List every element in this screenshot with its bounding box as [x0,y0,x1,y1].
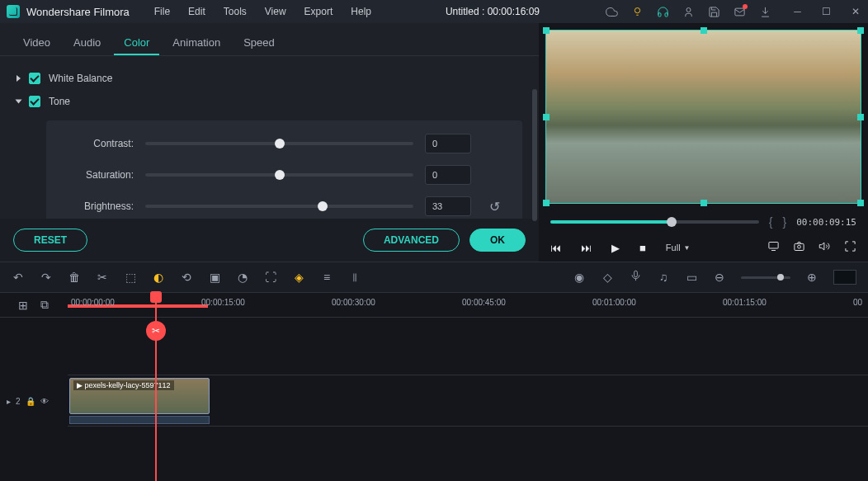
duration-icon[interactable]: ◔ [236,271,249,284]
brightness-label: Brightness: [63,200,134,212]
mini-preview[interactable] [833,270,856,285]
ruler-mark: 00 [853,298,862,307]
timeline-ruler[interactable]: ✂ 00:00:00:00 00:00:15:00 00:00:30:00 00… [68,293,868,317]
handle-bl[interactable] [543,200,550,206]
close-icon[interactable]: ✕ [849,6,861,18]
menu-export[interactable]: Export [296,2,342,21]
tone-header[interactable]: Tone [17,92,522,111]
handle-mr[interactable] [857,114,864,120]
saturation-slider[interactable] [145,173,413,177]
rotate-icon[interactable]: ⟲ [180,271,193,284]
contrast-value[interactable]: 0 [425,134,471,153]
mic-icon[interactable] [629,270,642,285]
volume-icon[interactable] [818,240,831,255]
preview-scrubber[interactable] [550,220,759,224]
save-icon[interactable] [708,6,720,18]
saturation-value[interactable]: 0 [425,165,471,185]
contrast-slider[interactable] [145,142,413,145]
panel-scrollbar[interactable] [532,89,537,221]
undo-icon[interactable]: ↶ [12,271,25,284]
menu-help[interactable]: Help [342,2,380,21]
advanced-button[interactable]: ADVANCED [363,229,460,252]
minimize-icon[interactable]: ─ [791,6,804,18]
audio-clip[interactable] [69,416,210,424]
mark-out-icon[interactable]: } [782,215,786,229]
lock-icon[interactable]: 🔒 [26,397,35,406]
menu-file[interactable]: File [146,2,178,21]
redo-icon[interactable]: ↷ [40,271,53,284]
tab-speed[interactable]: Speed [234,31,285,55]
brightness-value[interactable]: 33 [425,196,471,216]
zoom-in-icon[interactable]: ⊕ [805,271,818,284]
tab-audio[interactable]: Audio [64,31,111,55]
display-icon[interactable] [767,240,780,255]
speed-icon[interactable]: ◐ [152,271,165,284]
stop-icon[interactable]: ■ [639,242,646,254]
white-balance-checkbox[interactable] [29,73,40,84]
zoom-slider[interactable] [741,276,790,279]
account-icon[interactable] [682,6,695,18]
tab-animation[interactable]: Animation [163,31,230,55]
playhead[interactable]: ✂ [155,293,157,481]
fullscreen-icon[interactable] [844,240,856,255]
scissors-icon[interactable]: ✂ [146,321,166,341]
cloud-icon[interactable] [606,6,618,18]
next-frame-icon[interactable]: ⏭ [581,242,592,254]
brightness-slider[interactable] [145,205,413,208]
zoom-out-icon[interactable]: ⊖ [713,271,726,284]
adjust-icon[interactable]: ≡ [320,271,333,284]
snapshot-icon[interactable] [793,240,805,255]
prev-frame-icon[interactable]: ⏮ [550,242,561,254]
video-clip[interactable]: ▶ pexels-kelly-lacy-5597112 [69,378,210,414]
download-icon[interactable] [759,6,771,18]
tab-video[interactable]: Video [13,31,60,55]
marker-icon[interactable]: ◇ [601,271,614,284]
play-icon[interactable]: ▶ [611,242,620,254]
video-track-controls[interactable]: ▸2 🔒 👁 [0,375,68,427]
svg-point-5 [798,245,801,248]
preview-size-select[interactable]: Full▼ [666,243,691,252]
split-icon[interactable]: ✂ [96,271,109,284]
mixer-icon[interactable]: ♫ [657,271,670,284]
svg-rect-2 [735,8,744,16]
render-icon[interactable]: ◉ [573,271,586,284]
image-icon[interactable]: ▭ [685,271,698,284]
handle-tm[interactable] [701,27,707,34]
freeze-icon[interactable]: ▣ [208,271,221,284]
keyframe-icon[interactable]: ◈ [292,271,305,284]
handle-ml[interactable] [543,114,550,120]
ruler-mark: 00:00:30:00 [332,298,375,307]
menu-edit[interactable]: Edit [180,2,214,21]
menu-view[interactable]: View [257,2,295,21]
delete-icon[interactable]: 🗑 [68,271,81,284]
track-empty[interactable] [68,318,868,375]
ok-button[interactable]: OK [469,229,526,252]
svg-rect-4 [795,243,804,250]
mark-in-icon[interactable]: { [769,215,773,229]
video-track[interactable]: ▶ pexels-kelly-lacy-5597112 [68,375,868,427]
audio-wave-icon[interactable]: ⫴ [348,271,361,285]
tone-checkbox[interactable] [29,96,40,107]
handle-br[interactable] [857,200,864,206]
white-balance-header[interactable]: White Balance [17,69,522,87]
menu-tools[interactable]: Tools [215,2,255,21]
handle-tr[interactable] [857,27,864,34]
brightness-reset-icon[interactable]: ↺ [483,199,506,215]
reset-button[interactable]: RESET [13,229,87,252]
lightbulb-icon[interactable] [631,6,644,18]
handle-tl[interactable] [543,27,550,34]
contrast-label: Contrast: [63,138,134,149]
chevron-right-icon [17,75,21,82]
handle-bm[interactable] [701,200,707,206]
preview-viewport[interactable] [545,30,861,204]
link-icon[interactable]: ⧉ [38,298,51,312]
mail-icon[interactable] [734,6,746,18]
add-track-icon[interactable]: ⊞ [17,299,30,312]
tab-color[interactable]: Color [114,31,159,55]
project-title: Untitled : 00:00:16:09 [380,6,606,17]
eye-icon[interactable]: 👁 [40,397,49,406]
headphones-icon[interactable] [657,6,669,18]
crop-icon[interactable]: ⬚ [124,271,137,284]
fit-icon[interactable]: ⛶ [264,271,277,284]
maximize-icon[interactable]: ☐ [820,6,833,18]
